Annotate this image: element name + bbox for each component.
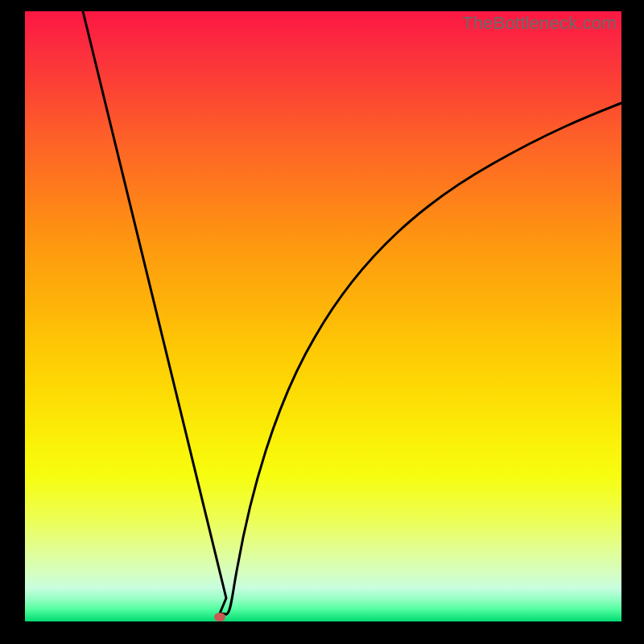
watermark-text: TheBottleneck.com	[462, 13, 617, 34]
bottleneck-curve	[25, 11, 621, 621]
curve-left-branch	[83, 11, 226, 614]
optimal-point-marker	[214, 613, 225, 621]
curve-right-branch	[226, 103, 621, 614]
